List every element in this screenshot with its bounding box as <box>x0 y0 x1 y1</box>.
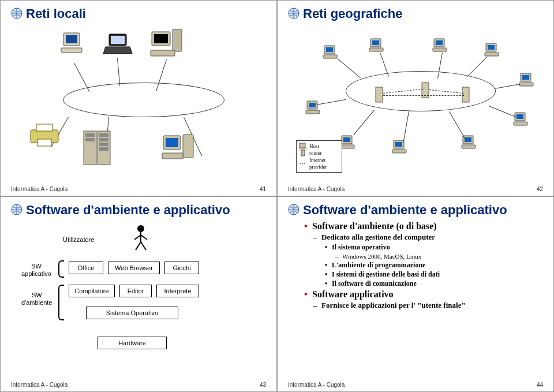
router-icon <box>461 86 470 103</box>
title-text: Software d'ambiente e applicativo <box>26 203 230 217</box>
slide-footer: Informatica A - Cugola 41 <box>11 186 266 192</box>
slide-title: Software d'ambiente e applicativo <box>11 203 266 218</box>
footer-left: Informatica A - Cugola <box>11 382 68 388</box>
bullet-level1: Software d'ambiente (o di base) <box>304 221 543 232</box>
slide-footer: Informatica A - Cugola 43 <box>11 382 266 388</box>
svg-rect-15 <box>85 133 95 137</box>
label-sw-applicativo: SW applicativo <box>21 263 51 278</box>
chip-web-browser: Web Browser <box>108 262 160 274</box>
legend-box: Host router Internet provider <box>296 140 342 173</box>
svg-rect-16 <box>85 138 95 141</box>
title-text: Software d'ambiente e applicativo <box>303 203 507 217</box>
link-dashed <box>383 95 464 96</box>
host-icon <box>340 135 357 151</box>
bullet-level2: Fornisce le applicazioni per l' "utente … <box>313 301 543 310</box>
legend-isp: Internet provider <box>309 156 339 170</box>
laptop-icon <box>103 33 133 56</box>
server-icon <box>80 129 121 169</box>
bullet-level3: Il software di comunicazione <box>325 279 543 288</box>
bracket-icon <box>58 285 64 320</box>
title-text: Reti locali <box>26 6 86 21</box>
svg-rect-26 <box>376 87 383 102</box>
host-icon <box>369 38 386 54</box>
svg-rect-28 <box>462 87 469 102</box>
svg-line-39 <box>134 235 141 240</box>
chip-sistema-operativo: Sistema Operativo <box>86 307 178 319</box>
host-icon <box>484 42 501 58</box>
footer-page: 43 <box>260 382 266 388</box>
bullet-list: Software d'ambiente (o di base) Dedicato… <box>294 221 543 310</box>
globe-icon <box>288 204 300 215</box>
svg-rect-19 <box>99 143 108 146</box>
svg-rect-12 <box>38 139 51 146</box>
bullet-level2: Dedicato alla gestione del computer <box>313 233 543 242</box>
label-sw-ambiente: SW d'ambiente <box>21 292 52 307</box>
svg-point-37 <box>137 225 144 232</box>
host-icon <box>392 139 409 155</box>
globe-icon <box>288 8 300 19</box>
svg-rect-6 <box>173 29 182 51</box>
bullet-level4: Windows 2000, MacOS, Linux <box>335 253 543 260</box>
svg-line-42 <box>141 242 146 250</box>
footer-left: Informatica A - Cugola <box>288 186 345 192</box>
host-icon <box>513 111 530 128</box>
svg-rect-32 <box>300 143 305 148</box>
chip-hardware: Hardware <box>98 337 167 349</box>
host-icon <box>519 72 536 88</box>
bullet-level3: L'ambiente di programmazione <box>325 261 543 270</box>
slide-title: Software d'ambiente e applicativo <box>288 203 543 218</box>
svg-rect-11 <box>36 124 53 131</box>
slide-43: Software d'ambiente e applicativo Utiliz… <box>0 196 277 393</box>
svg-line-41 <box>136 242 141 250</box>
line-icon <box>299 160 307 167</box>
svg-rect-5 <box>111 36 125 44</box>
workstation-icon <box>149 27 184 59</box>
printer-icon <box>28 123 61 148</box>
bracket-icon <box>58 260 64 278</box>
router-icon <box>421 81 430 99</box>
bullet-level3: Il sistema operativo <box>325 243 543 252</box>
pc-icon <box>161 132 196 163</box>
chip-office: Office <box>69 262 103 274</box>
svg-rect-34 <box>301 150 305 156</box>
layers-diagram: Utilizzatore SW applicativo SW d'ambient… <box>11 221 266 377</box>
title-text: Reti geografiche <box>303 6 402 21</box>
bullet-level1: Software applicativo <box>304 289 543 300</box>
legend-router: router <box>309 150 322 156</box>
svg-rect-2 <box>66 35 77 43</box>
svg-rect-9 <box>151 50 175 56</box>
chip-giochi: Giochi <box>164 262 199 274</box>
svg-rect-21 <box>183 135 193 158</box>
wan-diagram: Host router Internet provider <box>288 25 543 181</box>
svg-rect-24 <box>162 153 183 159</box>
slide-title: Reti locali <box>11 6 266 21</box>
slide-41: Reti locali <box>0 0 277 196</box>
slide-44: Software d'ambiente e applicativo Softwa… <box>277 196 554 393</box>
footer-left: Informatica A - Cugola <box>288 382 345 388</box>
svg-rect-23 <box>166 138 178 147</box>
footer-left: Informatica A - Cugola <box>11 186 68 192</box>
chip-interprete: Interprete <box>156 285 199 297</box>
router-icon <box>299 150 307 156</box>
host-icon <box>432 38 450 54</box>
globe-icon <box>11 8 23 19</box>
lan-diagram <box>11 25 266 181</box>
footer-page: 41 <box>260 186 266 192</box>
svg-rect-17 <box>99 133 108 137</box>
pc-icon <box>60 29 88 57</box>
svg-rect-20 <box>99 147 108 151</box>
label-utilizzatore: Utilizzatore <box>63 236 94 244</box>
footer-page: 44 <box>537 382 543 388</box>
globe-icon <box>11 204 23 215</box>
svg-rect-3 <box>61 48 82 53</box>
slide-footer: Informatica A - Cugola 42 <box>288 186 543 192</box>
legend-host: Host <box>309 143 319 150</box>
chip-editor: Editor <box>119 285 152 297</box>
svg-rect-18 <box>99 138 108 141</box>
host-icon <box>305 100 323 116</box>
router-icon <box>375 86 384 103</box>
slide-footer: Informatica A - Cugola 44 <box>288 382 543 388</box>
host-icon <box>299 143 307 150</box>
slide-42: Reti geografiche <box>277 0 554 196</box>
slide-title: Reti geografiche <box>288 6 543 21</box>
